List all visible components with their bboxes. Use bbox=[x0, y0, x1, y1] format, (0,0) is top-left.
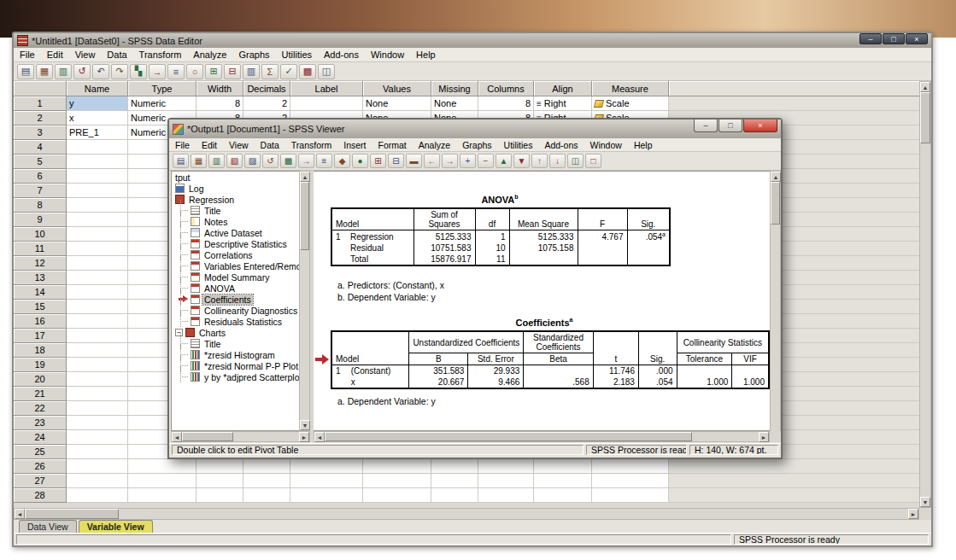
viewer-menu-help[interactable]: Help bbox=[628, 139, 659, 151]
variables-icon[interactable]: ≡ bbox=[167, 64, 185, 79]
cell-2-name[interactable]: x bbox=[67, 111, 128, 125]
hide-icon[interactable]: ▼ bbox=[513, 154, 530, 168]
main-menu-utilities[interactable]: Utilities bbox=[276, 49, 318, 61]
cell-28-type[interactable] bbox=[128, 488, 196, 503]
row-number[interactable]: 22 bbox=[14, 401, 67, 416]
viewer-menu-utilities[interactable]: Utilities bbox=[498, 139, 539, 151]
save-icon[interactable]: ▦ bbox=[191, 154, 207, 168]
cell-17-name[interactable] bbox=[67, 329, 128, 343]
tree-item-title[interactable]: Title bbox=[172, 338, 299, 349]
row-number[interactable]: 1 bbox=[14, 96, 67, 111]
anova-pivot-table[interactable]: ModelSum of SquaresdfMean SquareFSig.1Re… bbox=[331, 207, 671, 266]
tab-variable-view[interactable]: Variable View bbox=[79, 520, 153, 533]
cell-1-name[interactable]: y bbox=[67, 96, 128, 111]
cell-27-label[interactable] bbox=[290, 474, 363, 488]
cell-28-decimals[interactable] bbox=[243, 488, 290, 503]
tree-item-notes[interactable]: Notes bbox=[172, 216, 299, 227]
row-number[interactable]: 14 bbox=[14, 285, 67, 300]
row-number[interactable]: 3 bbox=[14, 125, 67, 140]
scroll-right-button[interactable]: ► bbox=[908, 509, 918, 519]
tree-item-charts[interactable]: −Charts bbox=[172, 327, 299, 338]
tree-item-active-dataset[interactable]: Active Dataset bbox=[172, 227, 299, 238]
main-menu-edit[interactable]: Edit bbox=[41, 49, 69, 61]
column-header-align[interactable]: Align bbox=[534, 81, 592, 96]
main-menu-help[interactable]: Help bbox=[410, 49, 442, 61]
row-number[interactable]: 27 bbox=[14, 474, 67, 488]
tree-item-regression[interactable]: Regression bbox=[172, 194, 299, 205]
cell-22-name[interactable] bbox=[67, 401, 128, 416]
cell-27-decimals[interactable] bbox=[243, 474, 290, 488]
row-number[interactable]: 17 bbox=[14, 329, 67, 343]
row-number[interactable]: 4 bbox=[14, 140, 67, 155]
scroll-thumb[interactable] bbox=[25, 509, 119, 519]
cell-28-name[interactable] bbox=[67, 488, 128, 503]
cell-26-label[interactable] bbox=[290, 459, 363, 474]
cell-20-name[interactable] bbox=[67, 372, 128, 387]
cell-18-name[interactable] bbox=[67, 343, 128, 358]
cell-28-measure[interactable] bbox=[592, 488, 669, 503]
select-cases-icon[interactable]: ✓ bbox=[280, 64, 297, 79]
scroll-thumb[interactable] bbox=[771, 182, 780, 225]
row-number[interactable]: 8 bbox=[14, 198, 67, 213]
cell-21-name[interactable] bbox=[67, 387, 128, 401]
tree-item-zresid-histogram[interactable]: *zresid Histogram bbox=[172, 349, 299, 360]
scroll-left-button[interactable]: ◄ bbox=[15, 509, 25, 519]
cell-28-missing[interactable] bbox=[431, 488, 478, 503]
cell-28-values[interactable] bbox=[363, 488, 431, 503]
cell-10-name[interactable] bbox=[67, 227, 128, 242]
scroll-thumb[interactable] bbox=[920, 92, 930, 143]
row-number[interactable]: 10 bbox=[14, 227, 67, 242]
column-header-values[interactable]: Values bbox=[363, 81, 431, 96]
promote-outline-icon[interactable]: ← bbox=[424, 154, 440, 168]
cell-12-name[interactable] bbox=[67, 256, 128, 271]
tree-item-collinearity-diagnostics[interactable]: Collinearity Diagnostics bbox=[172, 305, 299, 316]
cell-3-name[interactable]: PRE_1 bbox=[67, 125, 128, 140]
variables-icon[interactable]: ≡ bbox=[316, 154, 332, 168]
cell-11-name[interactable] bbox=[67, 242, 128, 256]
open-data-icon[interactable]: ▤ bbox=[17, 64, 34, 79]
redo-icon[interactable]: ↷ bbox=[111, 64, 128, 79]
insert-variable-icon[interactable]: ⊟ bbox=[224, 64, 241, 79]
row-number[interactable]: 6 bbox=[14, 169, 67, 184]
tree-item-zresid-normal-p-p-plot[interactable]: *zresid Normal P-P Plot bbox=[172, 360, 299, 371]
main-menu-graphs[interactable]: Graphs bbox=[232, 49, 275, 61]
tree-item-correlations[interactable]: Correlations bbox=[172, 249, 299, 260]
main-menu-analyze[interactable]: Analyze bbox=[187, 49, 232, 61]
maximize-button[interactable]: □ bbox=[883, 33, 905, 44]
scroll-thumb[interactable] bbox=[325, 432, 692, 441]
split-file-icon[interactable]: ▥ bbox=[243, 64, 260, 79]
scroll-thumb[interactable] bbox=[300, 182, 309, 250]
cell-15-name[interactable] bbox=[67, 300, 128, 314]
row-number[interactable]: 11 bbox=[14, 242, 67, 256]
cell-1-type[interactable]: Numeric bbox=[128, 96, 196, 111]
row-number[interactable]: 24 bbox=[14, 430, 67, 445]
cell-19-name[interactable] bbox=[67, 358, 128, 372]
viewer-menu-transform[interactable]: Transform bbox=[285, 139, 337, 151]
cell-26-type[interactable] bbox=[128, 459, 196, 474]
tab-data-view[interactable]: Data View bbox=[19, 520, 77, 533]
main-menu-data[interactable]: Data bbox=[101, 49, 132, 61]
cell-1-label[interactable] bbox=[290, 96, 363, 111]
cell-24-name[interactable] bbox=[67, 430, 128, 445]
goto-case-icon[interactable]: → bbox=[149, 64, 166, 79]
column-header-name[interactable]: Name bbox=[67, 81, 128, 96]
weight-cases-icon[interactable]: Σ bbox=[261, 64, 279, 79]
close-button[interactable]: × bbox=[743, 120, 777, 132]
find-icon[interactable]: ○ bbox=[186, 64, 203, 79]
cell-26-decimals[interactable] bbox=[243, 459, 290, 474]
main-vertical-scrollbar[interactable]: ▲▼ bbox=[919, 81, 931, 508]
cell-27-width[interactable] bbox=[196, 474, 243, 488]
viewer-menu-format[interactable]: Format bbox=[372, 139, 413, 151]
tree-item-model-summary[interactable]: Model Summary bbox=[172, 271, 299, 283]
close-button[interactable]: × bbox=[906, 33, 928, 44]
cell-1-columns[interactable]: 8 bbox=[478, 96, 534, 111]
minimize-button[interactable]: – bbox=[694, 120, 718, 132]
show-icon[interactable]: ▲ bbox=[496, 154, 512, 168]
scroll-down-button[interactable]: ▼ bbox=[920, 497, 930, 507]
tree-item-variables-entered-removed[interactable]: Variables Entered/Removed bbox=[172, 260, 299, 271]
cell-26-width[interactable] bbox=[196, 459, 243, 474]
cell-6-name[interactable] bbox=[67, 169, 128, 184]
tree-item-residuals-statistics[interactable]: Residuals Statistics bbox=[172, 316, 299, 327]
cell-7-name[interactable] bbox=[67, 184, 128, 198]
cell-1-values[interactable]: None bbox=[363, 96, 431, 111]
